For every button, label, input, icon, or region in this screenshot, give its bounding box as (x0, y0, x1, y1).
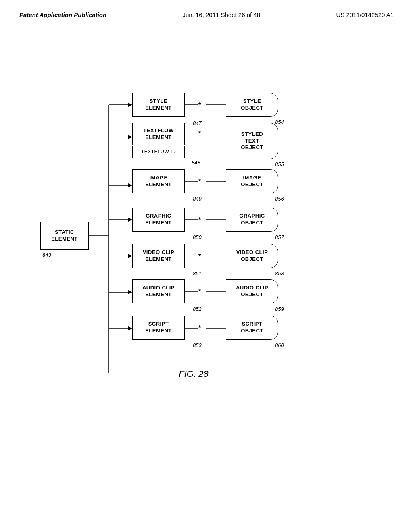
ref-854: 854 (275, 119, 284, 125)
ref-856: 856 (275, 196, 284, 202)
ref-852: 852 (193, 306, 202, 312)
graphic-object-box: GRAPHICOBJECT (226, 208, 278, 232)
textflow-id-box: TEXTFLOW ID (132, 146, 185, 158)
script-object-box: SCRIPTOBJECT (226, 316, 278, 340)
audio-clip-object-box: AUDIO CLIPOBJECT (226, 279, 278, 303)
ref-847: 847 (193, 120, 202, 126)
star-849: * (198, 178, 201, 185)
ref-855: 855 (275, 161, 284, 167)
static-element-ref: 843 (42, 252, 51, 258)
svg-marker-11 (128, 254, 132, 258)
header-right: US 2011/0142520 A1 (336, 11, 394, 18)
page-header: Patent Application Publication Jun. 16, … (0, 0, 413, 18)
video-clip-object-box: VIDEO CLIPOBJECT (226, 244, 278, 268)
ref-858: 858 (275, 270, 284, 276)
star-852: * (198, 288, 201, 295)
diagram-lines (0, 42, 413, 486)
header-center: Jun. 16, 2011 Sheet 26 of 48 (182, 11, 260, 18)
styled-text-object-box: STYLEDTEXTOBJECT (226, 123, 278, 159)
style-element-box: STYLEELEMENT (132, 93, 185, 117)
script-element-box: SCRIPTELEMENT (132, 316, 185, 340)
svg-marker-5 (128, 135, 132, 139)
ref-850: 850 (193, 234, 202, 240)
star-850: * (198, 216, 201, 224)
textflow-element-box: TEXTFLOWELEMENT (132, 123, 185, 145)
ref-849: 849 (193, 196, 202, 202)
svg-marker-7 (128, 183, 132, 187)
svg-marker-9 (128, 218, 132, 222)
ref-851: 851 (193, 270, 202, 276)
header-left: Patent Application Publication (19, 11, 106, 18)
image-element-box: IMAGEELEMENT (132, 169, 185, 193)
star-851: * (198, 253, 201, 260)
figure-caption: FIG. 28 (153, 369, 234, 379)
svg-marker-13 (128, 290, 132, 294)
ref-853: 853 (193, 342, 202, 348)
image-object-box: IMAGEOBJECT (226, 169, 278, 193)
svg-marker-15 (128, 326, 132, 330)
star-848: * (198, 130, 201, 137)
style-object-box: STYLEOBJECT (226, 93, 278, 117)
diagram-area: STATIC ELEMENT 843 STYLEELEMENT * 847 ST… (0, 42, 413, 486)
star-847: * (198, 102, 201, 109)
static-element-box: STATIC ELEMENT (40, 222, 89, 250)
audio-clip-element-box: AUDIO CLIPELEMENT (132, 279, 185, 303)
graphic-element-box: GRAPHICELEMENT (132, 208, 185, 232)
svg-marker-3 (128, 103, 132, 107)
star-853: * (198, 324, 201, 332)
video-clip-element-box: VIDEO CLIPELEMENT (132, 244, 185, 268)
ref-859: 859 (275, 306, 284, 312)
ref-848: 848 (192, 160, 200, 166)
ref-860: 860 (275, 342, 284, 348)
ref-857: 857 (275, 234, 284, 240)
